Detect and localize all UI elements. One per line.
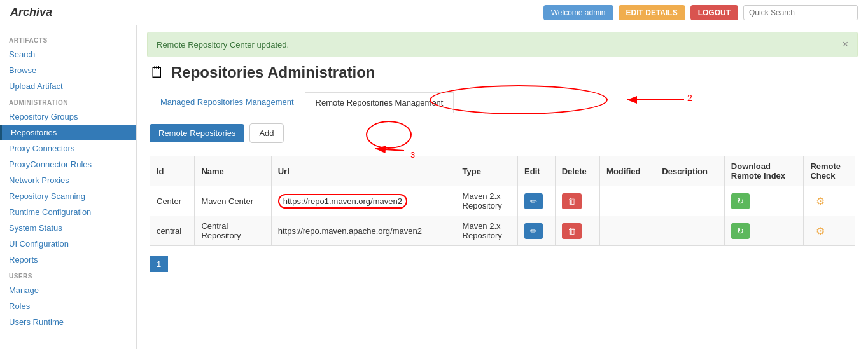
pagination: 1 <box>150 256 855 272</box>
table-header-row: Id Name Url Type Edit Delete Modified De… <box>150 156 855 186</box>
page-title-area: 🗒 Repositories Administration <box>137 57 868 81</box>
sidebar-item-browse[interactable]: Browse <box>0 62 136 78</box>
col-delete: Delete <box>555 156 599 186</box>
alert-close-button[interactable]: × <box>843 39 848 50</box>
sidebar-item-repositories[interactable]: Repositories <box>0 125 136 140</box>
add-circle-annotation <box>366 121 412 149</box>
layout: ARTIFACTS Search Browse Upload Artifact … <box>0 25 868 349</box>
sidebar-item-roles[interactable]: Roles <box>0 298 136 314</box>
users-section-label: USERS <box>0 268 136 282</box>
remote-check-button-1[interactable]: ⚙ <box>810 192 830 210</box>
artifacts-section-label: ARTIFACTS <box>0 32 136 46</box>
header: Archiva Welcome admin EDIT DETAILS LOGOU… <box>0 0 868 25</box>
tab-remote-repositories[interactable]: Remote Repositories Management <box>305 92 454 113</box>
quick-search-input[interactable] <box>743 5 858 20</box>
url-circle-1: https://repo1.maven.org/maven2 <box>278 194 407 209</box>
cell-remote-check-2[interactable]: ⚙ <box>804 216 855 246</box>
edit-button-2[interactable]: ✏ <box>524 223 543 239</box>
cell-name-1: Maven Center <box>195 186 271 216</box>
cell-description-1 <box>655 186 724 216</box>
cell-id-1: Center <box>150 186 195 216</box>
col-edit: Edit <box>518 156 556 186</box>
cell-modified-2 <box>600 216 655 246</box>
page-button-1[interactable]: 1 <box>150 256 168 272</box>
administration-section-label: ADMINISTRATION <box>0 94 136 109</box>
cell-download-index-2[interactable]: ↻ <box>724 216 804 246</box>
col-name: Name <box>195 156 271 186</box>
content-area: Remote Repositories Add 3 <box>137 113 868 282</box>
sidebar-item-upload-artifact[interactable]: Upload Artifact <box>0 78 136 94</box>
sidebar-item-search[interactable]: Search <box>0 46 136 62</box>
sidebar-item-proxy-connectors[interactable]: Proxy Connectors <box>0 140 136 156</box>
page-title: Repositories Administration <box>171 64 375 81</box>
cell-type-1: Maven 2.xRepository <box>456 186 517 216</box>
cell-download-index-1[interactable]: ↻ <box>724 186 804 216</box>
cell-url-1: https://repo1.maven.org/maven2 <box>271 186 456 216</box>
cell-modified-1 <box>600 186 655 216</box>
alert-message: Remote Repository Center updated. <box>157 40 289 50</box>
download-index-button-2[interactable]: ↻ <box>731 223 750 239</box>
table-row: central CentralRepository https://repo.m… <box>150 216 855 246</box>
tab-managed-repositories[interactable]: Managed Repositories Management <box>150 92 305 113</box>
col-description: Description <box>655 156 724 186</box>
remote-check-button-2[interactable]: ⚙ <box>810 222 830 240</box>
edit-button-1[interactable]: ✏ <box>524 193 543 209</box>
sidebar-item-system-status[interactable]: System Status <box>0 220 136 236</box>
col-id: Id <box>150 156 195 186</box>
sidebar-item-proxy-connector-rules[interactable]: ProxyConnector Rules <box>0 156 136 172</box>
delete-button-2[interactable]: 🗑 <box>562 223 582 239</box>
repositories-table: Id Name Url Type Edit Delete Modified De… <box>150 156 855 246</box>
download-index-button-1[interactable]: ↻ <box>731 193 750 209</box>
sidebar-item-users-runtime[interactable]: Users Runtime <box>0 314 136 330</box>
col-type: Type <box>456 156 517 186</box>
tabs-area: Managed Repositories Management Remote R… <box>137 81 868 113</box>
welcome-button[interactable]: Welcome admin <box>543 5 613 20</box>
cell-name-2: CentralRepository <box>195 216 271 246</box>
cell-edit-2[interactable]: ✏ <box>518 216 556 246</box>
svg-line-3 <box>375 149 404 151</box>
cell-description-2 <box>655 216 724 246</box>
edit-details-button[interactable]: EDIT DETAILS <box>619 5 685 20</box>
col-download-remote-index: DownloadRemote Index <box>724 156 804 186</box>
cell-id-2: central <box>150 216 195 246</box>
delete-button-1[interactable]: 🗑 <box>562 193 582 209</box>
annotation-3-arrow <box>340 147 417 173</box>
annotation-3-label: 3 <box>410 150 415 160</box>
remote-repositories-button[interactable]: Remote Repositories <box>150 124 244 142</box>
cell-delete-1[interactable]: 🗑 <box>555 186 599 216</box>
cell-delete-2[interactable]: 🗑 <box>555 216 599 246</box>
sidebar-item-network-proxies[interactable]: Network Proxies <box>0 172 136 188</box>
sidebar-item-repository-scanning[interactable]: Repository Scanning <box>0 188 136 204</box>
main-content: Remote Repository Center updated. × 🗒 Re… <box>137 25 868 349</box>
sidebar-item-runtime-configuration[interactable]: Runtime Configuration <box>0 204 136 220</box>
add-button[interactable]: Add <box>249 123 283 143</box>
sidebar-item-reports[interactable]: Reports <box>0 252 136 268</box>
sidebar-item-ui-configuration[interactable]: UI Configuration <box>0 236 136 252</box>
app-logo: Archiva <box>10 6 52 19</box>
page-title-icon: 🗒 <box>150 64 165 81</box>
header-right: Welcome admin EDIT DETAILS LOGOUT <box>543 5 858 20</box>
cell-type-2: Maven 2.xRepository <box>456 216 517 246</box>
cell-url-2: https://repo.maven.apache.org/maven2 <box>271 216 456 246</box>
buttons-row: Remote Repositories Add 3 <box>150 123 855 143</box>
cell-remote-check-1[interactable]: ⚙ <box>804 186 855 216</box>
sidebar-item-manage[interactable]: Manage <box>0 282 136 298</box>
cell-edit-1[interactable]: ✏ <box>518 186 556 216</box>
logout-button[interactable]: LOGOUT <box>690 5 738 20</box>
sidebar-item-repository-groups[interactable]: Repository Groups <box>0 109 136 125</box>
tabs: Managed Repositories Management Remote R… <box>150 92 855 113</box>
col-modified: Modified <box>600 156 655 186</box>
col-remote-check: RemoteCheck <box>804 156 855 186</box>
alert-banner: Remote Repository Center updated. × <box>147 32 858 57</box>
table-row: Center Maven Center https://repo1.maven.… <box>150 186 855 216</box>
sidebar: ARTIFACTS Search Browse Upload Artifact … <box>0 25 137 349</box>
